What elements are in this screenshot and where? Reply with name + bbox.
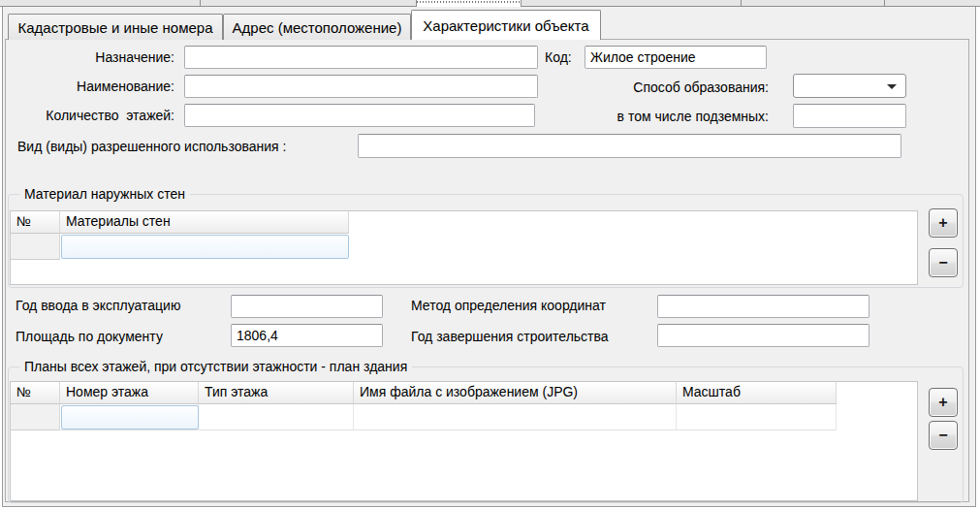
- add-floor-plan-button[interactable]: +: [929, 388, 958, 417]
- add-material-button[interactable]: +: [929, 208, 958, 238]
- wall-materials-grid: № Материалы стен: [10, 210, 918, 285]
- document-area-label: Площадь по документу: [16, 329, 163, 344]
- underground-floors-input[interactable]: [793, 104, 906, 128]
- tab-label: Кадастровые и иные номера: [18, 19, 213, 36]
- construction-completion-year-input[interactable]: [657, 324, 869, 347]
- floors-count-input[interactable]: [184, 104, 535, 127]
- commissioning-year-label: Год ввода в эксплуатацию: [16, 298, 180, 313]
- parent-tab-strip: [0, 0, 980, 7]
- name-label: Наименование:: [19, 79, 174, 94]
- floors-count-label: Количество этажей:: [10, 108, 174, 123]
- parent-tab-segment[interactable]: [885, 0, 980, 7]
- column-header-image-filename: Имя файла с изображением (JPG): [354, 382, 677, 404]
- floor-number-cell-editor[interactable]: [61, 405, 199, 429]
- column-header-scale: Масштаб: [677, 382, 837, 404]
- column-header-floor-number: Номер этажа: [60, 382, 199, 404]
- wall-materials-group-title: Материал наружных стен: [19, 186, 190, 202]
- formation-method-select[interactable]: [793, 74, 906, 98]
- dropdown-arrow-icon: [887, 84, 897, 89]
- coordinate-method-label: Метод определения координат: [411, 298, 606, 313]
- column-header-number: №: [11, 382, 60, 404]
- column-header-floor-type: Тип этажа: [199, 382, 354, 404]
- tab-cadastral-numbers[interactable]: Кадастровые и иные номера: [8, 14, 223, 40]
- document-area-input[interactable]: [231, 324, 383, 347]
- construction-completion-year-label: Год завершения строительства: [411, 329, 609, 344]
- tab-address[interactable]: Адрес (местоположение): [223, 14, 411, 40]
- scale-cell[interactable]: [677, 404, 837, 430]
- remove-material-button[interactable]: −: [929, 248, 958, 277]
- row-header-cell[interactable]: [11, 234, 60, 260]
- formation-method-label: Способ образования:: [582, 80, 769, 95]
- column-header-materials: Материалы стен: [60, 211, 349, 234]
- name-input[interactable]: [184, 75, 538, 98]
- tab-object-characteristics[interactable]: Характеристики объекта: [411, 10, 601, 40]
- parent-tab-segment[interactable]: [0, 0, 201, 7]
- application-window: Кадастровые и иные номера Адрес (местопо…: [0, 0, 980, 509]
- floor-plans-grid: № Номер этажа Тип этажа Имя файла с изоб…: [10, 381, 918, 501]
- parent-tab-segment-active[interactable]: [417, 0, 522, 7]
- grid-header-row: № Номер этажа Тип этажа Имя файла с изоб…: [11, 382, 837, 404]
- floor-plans-group-title: Планы всех этажей, при отсутствии этажно…: [19, 359, 412, 374]
- commissioning-year-input[interactable]: [231, 295, 383, 318]
- underground-floors-label: в том числе подземных:: [562, 109, 769, 124]
- tab-label: Характеристики объекта: [423, 17, 588, 34]
- purpose-input[interactable]: [184, 46, 538, 69]
- parent-tab-segment[interactable]: [742, 0, 885, 7]
- parent-tab-segment[interactable]: [201, 0, 417, 7]
- parent-tab-segment[interactable]: [522, 0, 742, 7]
- grid-header-row: № Материалы стен: [11, 211, 349, 234]
- coordinate-method-input[interactable]: [657, 295, 869, 318]
- remove-floor-plan-button[interactable]: −: [929, 421, 958, 450]
- permitted-use-label: Вид (виды) разрешенного использования :: [17, 139, 286, 154]
- materials-cell-editor[interactable]: [61, 235, 349, 259]
- tab-label: Адрес (местоположение): [233, 19, 402, 36]
- image-filename-cell[interactable]: [354, 404, 677, 430]
- code-label: Код:: [545, 49, 572, 65]
- permitted-use-input[interactable]: [358, 134, 901, 158]
- floor-type-cell[interactable]: [199, 404, 354, 430]
- row-header-cell[interactable]: [11, 404, 60, 430]
- code-input[interactable]: [585, 46, 767, 69]
- column-header-number: №: [11, 211, 60, 234]
- purpose-label: Назначение:: [19, 49, 174, 65]
